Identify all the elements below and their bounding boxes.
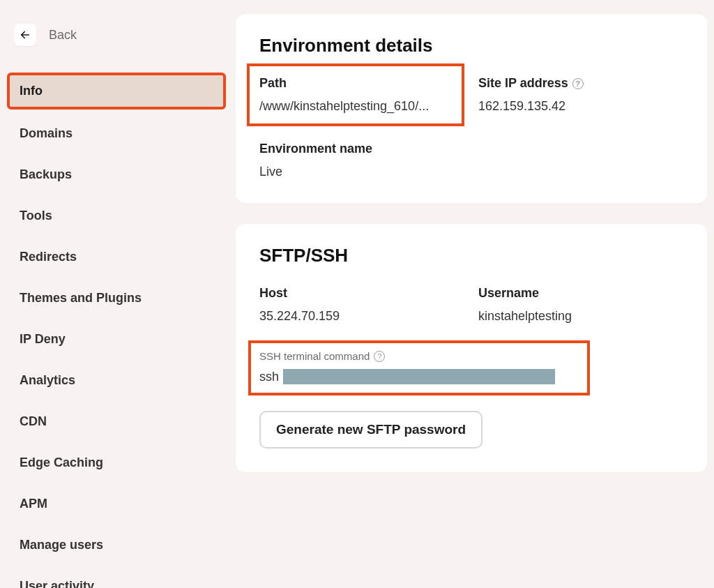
path-label: Path [259, 76, 452, 91]
environment-name-field: Environment name Live [259, 142, 464, 179]
sftp-grid: Host 35.224.70.159 Username kinstahelpte… [259, 286, 683, 324]
sidebar-item-cdn[interactable]: CDN [7, 405, 226, 439]
ssh-terminal-block: SSH terminal command ? ssh [248, 340, 590, 395]
help-icon[interactable]: ? [572, 78, 584, 89]
ssh-prefix: ssh [259, 370, 279, 384]
sidebar-item-domains[interactable]: Domains [7, 116, 226, 151]
back-button[interactable] [14, 24, 36, 46]
sidebar-item-edge-caching[interactable]: Edge Caching [7, 446, 226, 480]
host-value: 35.224.70.159 [259, 309, 464, 324]
site-ip-value: 162.159.135.42 [478, 99, 683, 114]
environment-name-label: Environment name [259, 142, 464, 156]
sidebar-item-redirects[interactable]: Redirects [7, 240, 226, 274]
site-ip-label-row: Site IP address ? [478, 76, 683, 91]
sidebar-item-ip-deny[interactable]: IP Deny [7, 322, 226, 356]
host-field: Host 35.224.70.159 [259, 286, 464, 324]
sidebar-item-user-activity[interactable]: User activity [7, 569, 226, 588]
back-row: Back [0, 24, 236, 46]
site-ip-label: Site IP address [478, 76, 568, 91]
back-label: Back [49, 28, 77, 43]
sidebar-item-info[interactable]: Info [7, 73, 226, 110]
username-value: kinstahelptesting [478, 309, 683, 324]
sftp-ssh-card: SFTP/SSH Host 35.224.70.159 Username kin… [236, 224, 707, 472]
site-ip-field: Site IP address ? 162.159.135.42 [478, 76, 683, 179]
host-label: Host [259, 286, 464, 301]
generate-sftp-password-button[interactable]: Generate new SFTP password [259, 411, 483, 448]
sidebar-item-tools[interactable]: Tools [7, 199, 226, 233]
username-label: Username [478, 286, 683, 301]
sidebar-item-themes-plugins[interactable]: Themes and Plugins [7, 281, 226, 315]
path-value: /www/kinstahelptesting_610/... [259, 99, 452, 114]
ssh-redacted-value [283, 369, 555, 384]
sidebar-item-apm[interactable]: APM [7, 487, 226, 521]
sidebar-item-backups[interactable]: Backups [7, 158, 226, 192]
ssh-terminal-label-row: SSH terminal command ? [259, 350, 579, 362]
sftp-ssh-title: SFTP/SSH [259, 245, 683, 266]
environment-details-title: Environment details [259, 35, 683, 56]
ssh-terminal-value: ssh [259, 369, 579, 384]
path-field: Path /www/kinstahelptesting_610/... Envi… [259, 76, 464, 179]
help-icon[interactable]: ? [374, 351, 385, 362]
environment-details-grid: Path /www/kinstahelptesting_610/... Envi… [259, 76, 683, 179]
sidebar: Back Info Domains Backups Tools Redirect… [0, 0, 236, 588]
environment-details-card: Environment details Path /www/kinstahelp… [236, 14, 707, 203]
sidebar-item-manage-users[interactable]: Manage users [7, 528, 226, 562]
main-content: Environment details Path /www/kinstahelp… [236, 0, 714, 588]
environment-name-value: Live [259, 165, 464, 179]
path-highlight: Path /www/kinstahelptesting_610/... [247, 63, 464, 126]
nav-list: Info Domains Backups Tools Redirects The… [0, 73, 236, 588]
arrow-left-icon [19, 29, 31, 41]
username-field: Username kinstahelptesting [478, 286, 683, 324]
ssh-terminal-label: SSH terminal command [259, 350, 370, 362]
sidebar-item-analytics[interactable]: Analytics [7, 363, 226, 398]
